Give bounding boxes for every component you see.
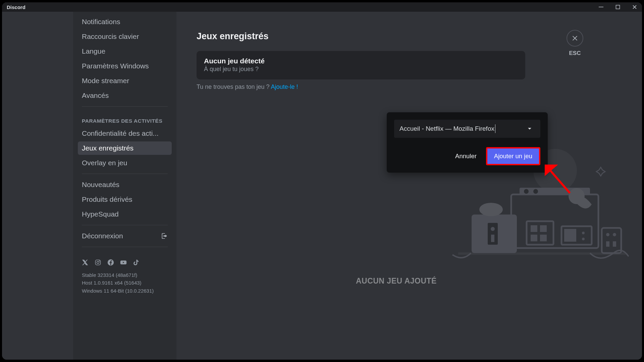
svg-rect-26 (491, 235, 494, 242)
app-name: Discord (7, 4, 25, 10)
svg-line-33 (548, 168, 570, 193)
svg-rect-13 (527, 221, 553, 245)
annotation-arrow (545, 165, 575, 198)
version-line-2: Host 1.0.9161 x64 (51643) (82, 279, 168, 287)
add-game-popover: Accueil - Netflix — Mozilla Firefox Annu… (387, 112, 548, 173)
esc-close: ESC (567, 30, 583, 57)
add-game-help-text: Tu ne trouves pas ton jeu ? Ajoute-le ! (197, 83, 622, 90)
sidebar-header-activity-settings: PARAMÈTRES DES ACTIVITÉS (78, 111, 172, 127)
minimize-icon (599, 5, 603, 9)
svg-rect-32 (613, 241, 616, 247)
svg-point-20 (582, 232, 585, 234)
sidebar-item-notifications[interactable]: Notifications (78, 15, 172, 28)
sidebar-item-keyboard-shortcuts[interactable]: Raccourcis clavier (78, 30, 172, 43)
facebook-icon[interactable] (107, 259, 114, 266)
app-select-dropdown[interactable]: Accueil - Netflix — Mozilla Firefox (394, 120, 540, 138)
svg-rect-18 (561, 226, 592, 245)
svg-point-30 (613, 233, 616, 236)
youtube-icon[interactable] (120, 259, 127, 266)
svg-rect-0 (599, 7, 603, 7)
sidebar-item-game-overlay[interactable]: Overlay en jeu (78, 156, 172, 170)
tiktok-icon[interactable] (133, 259, 140, 266)
logout-label: Déconnexion (82, 232, 123, 240)
esc-close-button[interactable] (567, 30, 583, 47)
close-icon (571, 35, 579, 42)
sidebar-item-streamer-mode[interactable]: Mode streamer (78, 74, 172, 87)
add-game-button[interactable]: Ajouter un jeu (486, 147, 540, 165)
sidebar-divider (82, 247, 168, 247)
svg-point-11 (524, 189, 529, 194)
no-game-detected-card: Aucun jeu détecté À quel jeu tu joues ? (197, 51, 525, 79)
svg-rect-19 (564, 229, 576, 242)
svg-point-29 (606, 233, 609, 236)
esc-label: ESC (569, 50, 581, 57)
close-icon (632, 5, 637, 9)
svg-point-27 (569, 188, 585, 204)
svg-rect-9 (511, 194, 598, 248)
no-game-title: Aucun jeu détecté (204, 57, 518, 65)
sidebar-item-hypesquad[interactable]: HypeSquad (78, 207, 172, 221)
svg-rect-15 (540, 225, 547, 232)
svg-point-4 (99, 260, 100, 261)
sidebar-item-activity-privacy[interactable]: Confidentialité des acti... (78, 127, 172, 140)
svg-rect-22 (472, 215, 517, 253)
page-title: Jeux enregistrés (197, 31, 622, 42)
instagram-icon[interactable] (95, 259, 101, 266)
window-maximize-button[interactable] (613, 2, 623, 12)
svg-rect-10 (520, 188, 590, 195)
social-links (78, 251, 172, 270)
version-line-3: Windows 11 64-Bit (10.0.22631) (82, 287, 168, 295)
sidebar-item-merch[interactable]: Produits dérivés (78, 193, 172, 206)
maximize-icon (615, 5, 620, 9)
svg-rect-8 (458, 252, 626, 255)
window-close-button[interactable] (630, 2, 639, 12)
svg-rect-14 (531, 225, 537, 232)
settings-sidebar: Notifications Raccourcis clavier Langue … (73, 12, 176, 360)
sidebar-divider (82, 225, 168, 225)
svg-point-12 (533, 189, 538, 194)
svg-point-25 (491, 227, 495, 231)
svg-point-21 (582, 238, 585, 240)
svg-rect-16 (531, 235, 537, 241)
svg-rect-24 (488, 223, 498, 245)
logout-icon (161, 233, 168, 239)
no-game-subtitle: À quel jeu tu joues ? (204, 66, 518, 73)
add-game-link[interactable]: Ajoute-le ! (271, 83, 298, 90)
sidebar-item-whatsnew[interactable]: Nouveautés (78, 178, 172, 191)
sidebar-item-windows-settings[interactable]: Paramètres Windows (78, 59, 172, 73)
title-bar: Discord (2, 2, 642, 12)
svg-point-3 (97, 261, 99, 264)
chevron-down-icon (526, 125, 533, 132)
sidebar-item-advanced[interactable]: Avancés (78, 89, 172, 102)
svg-rect-1 (616, 5, 620, 9)
x-icon[interactable] (82, 259, 89, 266)
cancel-button[interactable]: Annuler (452, 148, 479, 164)
svg-rect-17 (540, 235, 547, 241)
svg-rect-28 (602, 228, 621, 253)
version-line-1: Stable 323314 (48a671f) (82, 271, 168, 279)
window-minimize-button[interactable] (596, 2, 606, 12)
sidebar-item-registered-games[interactable]: Jeux enregistrés (78, 141, 172, 155)
sidebar-divider (82, 174, 168, 174)
empty-state-text: AUCUN JEU AJOUTÉ (356, 277, 437, 286)
sidebar-divider (82, 106, 168, 107)
main-pane: Jeux enregistrés Aucun jeu détecté À que… (176, 12, 642, 360)
svg-rect-23 (479, 203, 503, 216)
selected-app-label: Accueil - Netflix — Mozilla Firefox (399, 124, 495, 133)
svg-rect-31 (606, 241, 609, 247)
sidebar-item-logout[interactable]: Déconnexion (78, 229, 172, 243)
sidebar-item-language[interactable]: Langue (78, 45, 172, 58)
version-info: Stable 323314 (48a671f) Host 1.0.9161 x6… (78, 270, 172, 296)
